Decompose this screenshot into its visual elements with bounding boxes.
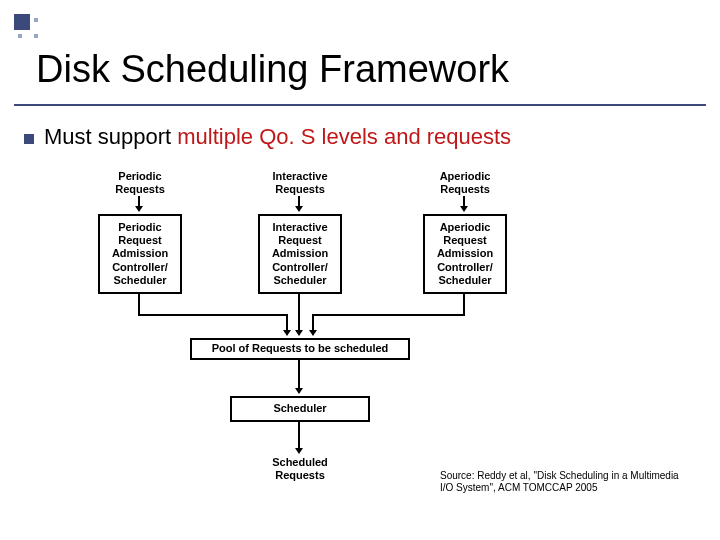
bullet-icon: [24, 134, 34, 144]
arrow-icon: [138, 196, 140, 212]
bullet-line: Must support multiple Qo. S levels and r…: [44, 124, 511, 150]
label-aperiodic: AperiodicRequests: [420, 170, 510, 195]
bullet-plain: Must support: [44, 124, 177, 149]
label-periodic: PeriodicRequests: [100, 170, 180, 195]
arrow-icon: [298, 422, 300, 454]
box-periodic: PeriodicRequestAdmissionController/Sched…: [98, 214, 182, 294]
box-interactive: InteractiveRequestAdmissionController/Sc…: [258, 214, 342, 294]
arrow-icon: [463, 196, 465, 212]
arrow-icon: [298, 360, 300, 394]
box-aperiodic: AperiodicRequestAdmissionController/Sche…: [423, 214, 507, 294]
source-citation: Source: Reddy et al, "Disk Scheduling in…: [440, 470, 690, 494]
title-rule: [14, 104, 706, 106]
deco-corner: [14, 14, 42, 42]
box-scheduler: Scheduler: [230, 396, 370, 422]
box-pool: Pool of Requests to be scheduled: [190, 338, 410, 360]
label-scheduled: ScheduledRequests: [265, 456, 335, 481]
arrow-icon: [298, 196, 300, 212]
diagram: PeriodicRequests InteractiveRequests Ape…: [90, 170, 630, 510]
bullet-emph: multiple Qo. S levels and requests: [177, 124, 511, 149]
label-interactive: InteractiveRequests: [255, 170, 345, 195]
slide-title: Disk Scheduling Framework: [36, 48, 509, 91]
